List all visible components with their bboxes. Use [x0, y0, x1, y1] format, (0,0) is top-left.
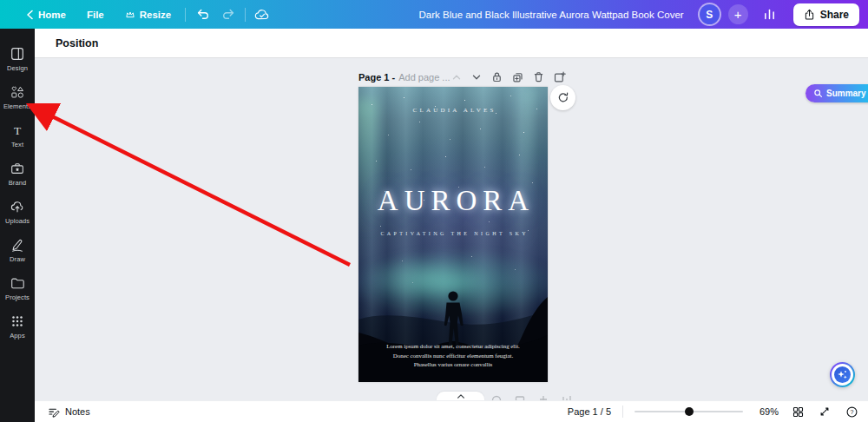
topbar-divider: [185, 8, 186, 22]
sidebar-item-text[interactable]: T Text: [0, 116, 35, 155]
design-icon: [10, 46, 25, 62]
sparkle-icon: [834, 366, 851, 383]
page-title-input[interactable]: Add page ...: [398, 72, 450, 82]
sidebar-item-elements[interactable]: Elements: [0, 78, 35, 116]
move-page-up-button[interactable]: [450, 71, 463, 83]
zoom-slider-knob[interactable]: [685, 407, 694, 416]
sidebar-label: Brand: [9, 179, 27, 187]
help-icon: ?: [845, 406, 858, 419]
magnifier-sparkle-icon: [813, 89, 823, 98]
undo-button[interactable]: [189, 0, 215, 29]
chevron-up-icon: [457, 393, 465, 399]
insights-button[interactable]: [757, 0, 783, 29]
notes-label: Notes: [65, 406, 90, 417]
cover-body-text[interactable]: Lorem ipsum dolor sit amet, consectetur …: [364, 342, 542, 370]
sidebar-label: Projects: [5, 293, 30, 301]
sidebar-label: Design: [7, 64, 28, 72]
page-label[interactable]: Page 1 -: [358, 72, 395, 82]
cover-subtitle[interactable]: CAPTIVATING THE NIGHT SKY: [358, 231, 548, 236]
sidebar-label: Uploads: [5, 217, 30, 225]
add-member-button[interactable]: +: [728, 4, 748, 24]
svg-text:?: ?: [850, 409, 853, 416]
cloud-check-icon: [253, 6, 271, 23]
home-button[interactable]: Home: [16, 0, 76, 29]
lock-icon: [490, 70, 503, 83]
duplicate-icon: [511, 70, 524, 83]
resize-label: Resize: [140, 10, 171, 20]
hidden-toolbar-peek: [491, 393, 587, 400]
sidebar-label: Draw: [10, 255, 25, 263]
apps-icon: [10, 313, 25, 329]
draw-icon: [10, 237, 25, 253]
position-button[interactable]: Position: [49, 34, 105, 53]
home-label: Home: [38, 10, 66, 20]
share-button[interactable]: Share: [793, 3, 859, 26]
file-menu-button[interactable]: File: [76, 0, 115, 29]
zoom-percent[interactable]: 69%: [754, 406, 779, 417]
topbar: Home File Resize Dark Blue and Black Ill…: [0, 0, 868, 29]
design-page[interactable]: CLAUDIA ALVES AURORA CAPTIVATING THE NIG…: [358, 87, 548, 382]
canva-assistant-button[interactable]: [830, 362, 855, 387]
trash-icon: [532, 70, 545, 83]
context-toolbar: Position: [35, 29, 868, 57]
undo-icon: [195, 7, 210, 22]
share-label: Share: [820, 9, 849, 21]
sidebar-item-apps[interactable]: Apps: [0, 307, 35, 346]
sidebar: Design Elements T Text Brand Uploads Dra…: [0, 29, 35, 422]
statusbar: Notes Page 1 / 5 69% ?: [35, 400, 868, 422]
document-title[interactable]: Dark Blue and Black Illustrative Aurora …: [419, 10, 684, 20]
bar-chart-icon: [762, 7, 777, 22]
topbar-divider: [245, 8, 246, 22]
chevron-left-icon: [26, 10, 34, 20]
grid-view-icon: [792, 406, 805, 419]
cover-author[interactable]: CLAUDIA ALVES: [358, 107, 548, 114]
statusbar-divider: [622, 406, 623, 418]
avatar[interactable]: S: [700, 4, 720, 24]
notes-button[interactable]: Notes: [47, 406, 90, 419]
notes-icon: [47, 406, 60, 419]
summary-button[interactable]: Summary +: [806, 84, 868, 102]
sidebar-label: Apps: [10, 332, 25, 340]
lock-page-button[interactable]: [490, 70, 503, 83]
redo-icon: [221, 7, 236, 22]
body-line: Lorem ipsum dolor sit amet, consectetur …: [364, 342, 542, 352]
share-upload-icon: [804, 9, 815, 21]
chevron-up-icon: [450, 71, 463, 83]
sidebar-item-uploads[interactable]: Uploads: [0, 193, 35, 231]
sidebar-item-draw[interactable]: Draw: [0, 231, 35, 269]
brand-icon: [10, 161, 25, 176]
fullscreen-button[interactable]: [817, 404, 832, 419]
duplicate-page-button[interactable]: [511, 70, 524, 83]
cover-title[interactable]: AURORA: [358, 185, 548, 217]
body-line: Phasellus varius ornare convallis: [364, 360, 542, 370]
sidebar-item-projects[interactable]: Projects: [0, 269, 35, 307]
sidebar-item-brand[interactable]: Brand: [0, 155, 35, 193]
summary-label: Summary +: [826, 89, 868, 98]
redo-button[interactable]: [215, 0, 241, 29]
rotate-icon: [556, 91, 570, 105]
resize-button[interactable]: Resize: [115, 0, 181, 29]
delete-page-button[interactable]: [532, 70, 545, 83]
add-page-icon: [553, 70, 566, 83]
file-label: File: [87, 10, 104, 20]
zoom-slider[interactable]: [635, 406, 743, 418]
grid-view-button[interactable]: [790, 404, 806, 419]
text-icon: T: [10, 122, 25, 138]
help-button[interactable]: ?: [844, 404, 859, 419]
sidebar-label: Text: [11, 141, 23, 148]
add-page-button[interactable]: [553, 70, 566, 83]
fullscreen-icon: [819, 406, 831, 418]
move-page-down-button[interactable]: [470, 71, 483, 83]
svg-text:T: T: [14, 124, 22, 137]
crown-icon: [125, 10, 135, 20]
projects-icon: [10, 275, 25, 291]
cloud-saved-button[interactable]: [249, 0, 275, 29]
rotate-page-button[interactable]: [550, 85, 575, 110]
plus-icon: +: [734, 7, 742, 22]
page-controls: Page 1 - Add page ...: [358, 69, 548, 84]
elements-icon: [10, 84, 25, 100]
sidebar-item-design[interactable]: Design: [0, 40, 35, 78]
page-indicator[interactable]: Page 1 / 5: [568, 406, 611, 417]
avatar-initial: S: [706, 9, 713, 21]
chevron-down-icon: [470, 71, 483, 83]
